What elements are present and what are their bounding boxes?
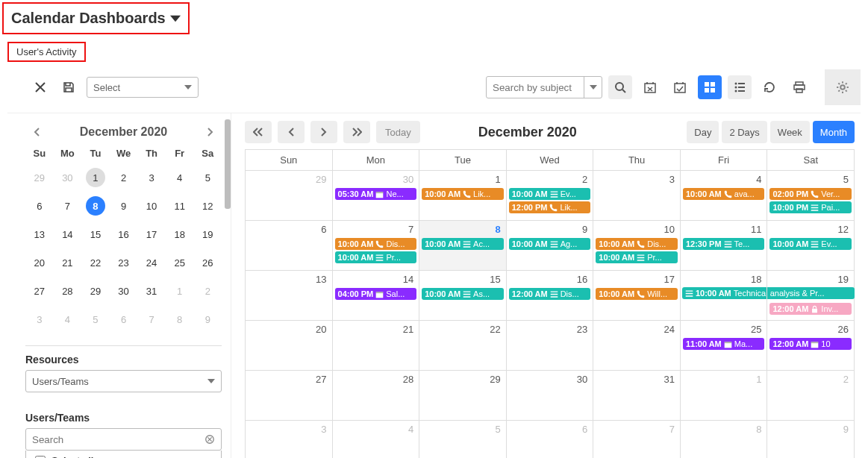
calendar-day[interactable]: 13	[246, 271, 332, 320]
calendar-day[interactable]: 710:00 AM Dis...10:00 AM Pr...	[332, 221, 419, 270]
select-all-checkbox[interactable]	[35, 456, 46, 459]
search-button[interactable]	[608, 75, 632, 99]
mini-day[interactable]: 7	[54, 192, 82, 220]
mini-day[interactable]: 8	[81, 192, 110, 220]
mini-day[interactable]: 20	[25, 248, 54, 277]
mini-day[interactable]: 22	[81, 248, 110, 277]
resources-dropdown[interactable]: Users/Teams	[25, 370, 222, 392]
view-tab-month[interactable]: Month	[813, 121, 855, 143]
calendar-day[interactable]: 1010:00 AM Dis...10:00 AM Pr...	[593, 221, 680, 270]
calendar-day[interactable]: 410:00 AM ava...	[680, 171, 767, 220]
calendar-day[interactable]: 1510:00 AM As...	[419, 271, 506, 320]
calendar-day[interactable]: 8	[680, 421, 767, 458]
grid-view-button[interactable]	[698, 75, 722, 99]
calendar-day[interactable]: 27	[246, 371, 332, 420]
event[interactable]: 10:00 AM Ev...	[769, 238, 852, 250]
event[interactable]: 10:00 AM Ag...	[509, 238, 591, 250]
calendar-day[interactable]: 1112:30 PM Te...	[680, 221, 767, 270]
calendar-day[interactable]: 23	[506, 321, 593, 370]
calendar-day[interactable]: 1404:00 PM Sal...	[332, 271, 419, 320]
mini-day[interactable]: 5	[193, 163, 222, 192]
view-tab-week[interactable]: Week	[770, 121, 810, 143]
calendar-check-button[interactable]	[668, 75, 692, 99]
mini-day[interactable]: 9	[193, 305, 222, 333]
event[interactable]: 12:00 AM 10	[769, 338, 852, 350]
next-month-button[interactable]	[202, 124, 219, 140]
mini-day[interactable]: 16	[110, 220, 138, 248]
event[interactable]: 05:30 AM Ne...	[335, 188, 417, 200]
mini-day[interactable]: 27	[25, 277, 54, 305]
mini-day[interactable]: 7	[137, 305, 166, 333]
mini-day[interactable]: 29	[25, 163, 54, 192]
calendar-day[interactable]: 2	[766, 371, 854, 420]
mini-day[interactable]: 3	[137, 163, 166, 192]
mini-day[interactable]: 5	[81, 305, 110, 333]
event[interactable]: 12:00 PM Lik...	[509, 201, 591, 213]
mini-day[interactable]: 11	[166, 192, 194, 220]
save-button[interactable]	[58, 77, 79, 98]
calendar-day[interactable]: 210:00 AM Ev...12:00 PM Lik...	[506, 171, 593, 220]
mini-day[interactable]: 25	[166, 248, 194, 277]
mini-day[interactable]: 6	[110, 305, 138, 333]
calendar-day[interactable]: 9	[766, 421, 854, 458]
calendar-day[interactable]: 1	[680, 371, 767, 420]
event[interactable]: 10:00 AM Ac...	[422, 238, 504, 250]
tab-users-activity[interactable]: User's Activity	[7, 42, 86, 62]
event[interactable]: 10:00 AM Dis...	[596, 238, 678, 250]
mini-day[interactable]: 8	[166, 305, 194, 333]
calendar-day[interactable]: 3	[246, 421, 332, 458]
clear-icon[interactable]	[204, 434, 215, 445]
calendar-day[interactable]: 3005:30 AM Ne...	[332, 171, 419, 220]
calendar-day[interactable]: 30	[506, 371, 593, 420]
event[interactable]: 10:00 AM ava...	[683, 188, 765, 200]
calendar-day[interactable]: 20	[246, 321, 332, 370]
calendar-day[interactable]: 810:00 AM Ac...	[419, 221, 506, 270]
print-button[interactable]	[787, 75, 811, 99]
calendar-day[interactable]: 21	[332, 321, 419, 370]
mini-day[interactable]: 4	[166, 163, 194, 192]
mini-day[interactable]: 30	[54, 163, 82, 192]
calendar-day[interactable]: 28	[332, 371, 419, 420]
users-search[interactable]	[25, 428, 222, 451]
event[interactable]: 11:00 AM Ma...	[683, 338, 765, 350]
calendar-day[interactable]: 502:00 PM Ver...10:00 PM Pai...	[766, 171, 854, 220]
calendar-day[interactable]: 2511:00 AM Ma...	[680, 321, 767, 370]
search-dropdown-toggle[interactable]	[584, 77, 602, 98]
mini-day[interactable]: 17	[137, 220, 166, 248]
event[interactable]: 02:00 PM Ver...	[769, 188, 852, 200]
mini-day[interactable]: 23	[110, 248, 138, 277]
mini-day[interactable]: 28	[54, 277, 82, 305]
event[interactable]: 12:30 PM Te...	[683, 238, 765, 250]
calendar-day[interactable]: 910:00 AM Ag...	[506, 221, 593, 270]
prev-month-button[interactable]	[28, 124, 45, 140]
event[interactable]: 12:00 AM Dis...	[509, 288, 591, 300]
calendar-day[interactable]: 3	[593, 171, 680, 220]
mini-day[interactable]: 13	[25, 220, 54, 248]
mini-day[interactable]: 4	[54, 305, 82, 333]
event[interactable]: 10:00 PM Pai...	[769, 201, 852, 213]
event[interactable]: 10:00 AM Dis...	[335, 238, 417, 250]
calendar-day[interactable]: 1810:00 AM Technical analysis & Pr...	[680, 271, 767, 320]
select-dropdown[interactable]: Select	[87, 77, 199, 98]
mini-day[interactable]: 2	[110, 163, 138, 192]
calendar-day[interactable]: 7	[593, 421, 680, 458]
mini-day[interactable]: 26	[193, 248, 222, 277]
mini-day[interactable]: 21	[54, 248, 82, 277]
mini-day[interactable]: 2	[193, 277, 222, 305]
scrollbar[interactable]	[225, 119, 231, 209]
view-tab-day[interactable]: Day	[687, 121, 719, 143]
event[interactable]: 12:00 AM Inv...	[769, 303, 852, 315]
event[interactable]: 10:00 AM As...	[422, 288, 504, 300]
calendar-day[interactable]: 6	[506, 421, 593, 458]
settings-button[interactable]	[825, 69, 861, 105]
calendar-day[interactable]: 29	[419, 371, 506, 420]
today-button[interactable]: Today	[376, 121, 420, 143]
mini-day[interactable]: 19	[193, 220, 222, 248]
calendar-day[interactable]: 110:00 AM Lik...	[419, 171, 506, 220]
event[interactable]: 10:00 AM Pr...	[335, 251, 417, 263]
prev-button[interactable]	[278, 121, 305, 143]
calendar-day[interactable]: 22	[419, 321, 506, 370]
refresh-button[interactable]	[758, 75, 781, 99]
calendar-day[interactable]: 6	[246, 221, 332, 270]
select-all-row[interactable]: Select all	[26, 451, 221, 458]
